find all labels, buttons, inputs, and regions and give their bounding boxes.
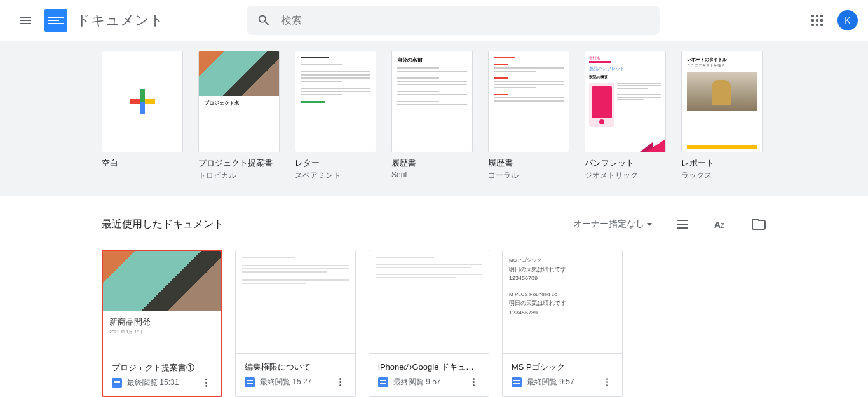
app-title: ドキュメント [76, 11, 164, 30]
apps-grid-icon [811, 15, 823, 26]
template-title: 空白 [102, 158, 183, 169]
plus-icon [130, 89, 155, 114]
document-timestamp: 最終閲覧 9:57 [393, 377, 462, 387]
template-letter[interactable]: レター スペアミント [295, 51, 376, 181]
document-timestamp: 最終閲覧 15:27 [260, 377, 329, 387]
document-timestamp: 最終閲覧 9:57 [527, 377, 595, 387]
google-apps-button[interactable] [804, 8, 830, 33]
template-title: 履歴書 [488, 158, 569, 169]
list-view-button[interactable] [675, 217, 690, 232]
document-name: iPhoneのGoogle ドキュメ... [378, 361, 480, 373]
file-picker-button[interactable] [751, 217, 766, 232]
template-subtitle: Serif [391, 170, 473, 179]
template-title: レター [295, 158, 376, 169]
template-subtitle: コーラル [488, 170, 569, 181]
document-card[interactable]: 新商品開発 2021 年 1月 19 日 プロジェクト提案書① 最終閲覧 15:… [102, 250, 222, 397]
sort-az-icon: AZ [713, 217, 728, 232]
template-resume-coral[interactable]: 履歴書 コーラル [488, 51, 569, 181]
account-avatar[interactable]: K [837, 10, 858, 30]
template-subtitle: トロピカル [198, 170, 280, 181]
document-card[interactable]: 編集権限について 最終閲覧 15:27 [235, 250, 356, 397]
template-title: パンフレット [585, 158, 666, 169]
template-title: 履歴書 [391, 158, 473, 169]
docs-logo-icon [44, 9, 67, 32]
template-subtitle: ラックス [681, 170, 763, 181]
docs-file-icon [378, 377, 388, 387]
document-more-button[interactable] [467, 378, 480, 386]
header: ドキュメント K [0, 0, 868, 41]
document-name: MS Pゴシック [512, 361, 613, 373]
docs-file-icon [512, 377, 522, 387]
template-blank[interactable]: 空白 [102, 51, 183, 181]
recent-title: 最近使用したドキュメント [102, 218, 224, 231]
document-card[interactable]: iPhoneのGoogle ドキュメ... 最終閲覧 9:57 [369, 250, 489, 397]
document-timestamp: 最終閲覧 15:31 [127, 377, 194, 388]
document-more-button[interactable] [334, 378, 346, 386]
document-more-button[interactable] [600, 378, 613, 386]
owner-filter-dropdown[interactable]: オーナー指定なし [573, 219, 652, 230]
template-resume-serif[interactable]: 自分の名前 履歴書 Serif [391, 51, 473, 181]
template-title: レポート [681, 158, 763, 169]
document-name: プロジェクト提案書① [112, 362, 212, 373]
document-card[interactable]: MS Pゴシック 明日の天気は晴れです 123456789 M PLUS Rou… [502, 250, 623, 397]
chevron-down-icon [647, 223, 652, 226]
sort-button[interactable]: AZ [713, 217, 728, 232]
template-title: プロジェクト提案書 [198, 158, 280, 169]
template-report[interactable]: レポートのタイトル ここにテキストを挿入 レポート ラックス [681, 51, 763, 181]
search-box[interactable] [247, 6, 660, 35]
document-more-button[interactable] [200, 379, 212, 387]
template-subtitle: ジオメトリック [585, 170, 666, 181]
template-project-proposal[interactable]: プロジェクト名 プロジェクト提案書 トロピカル [198, 51, 280, 181]
templates-section: 空白 プロジェクト名 プロジェクト提案書 トロピカル レター スペアミント 自分… [0, 41, 868, 196]
folder-icon [751, 217, 766, 232]
main-menu-button[interactable] [10, 5, 41, 36]
hamburger-icon [18, 13, 33, 28]
svg-text:A: A [714, 220, 721, 230]
list-icon [675, 217, 690, 232]
docs-file-icon [112, 378, 122, 388]
search-input[interactable] [281, 15, 650, 26]
template-subtitle: スペアミント [295, 170, 376, 181]
docs-logo[interactable] [43, 8, 69, 33]
search-icon [257, 13, 271, 28]
template-brochure[interactable]: 会社名 製品パンフレット 製品の概要 パンフレット ジオメトリック [585, 51, 666, 181]
document-name: 編集権限について [245, 361, 346, 373]
recent-documents-section: 最近使用したドキュメント オーナー指定なし AZ 新商品開発 2021 年 1月… [0, 196, 868, 397]
svg-text:Z: Z [721, 222, 724, 229]
docs-file-icon [245, 377, 255, 387]
